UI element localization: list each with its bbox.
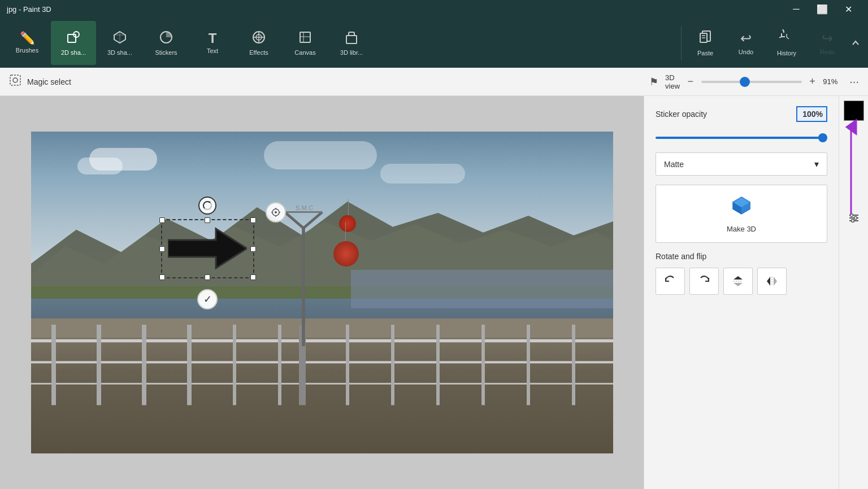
- redo-icon: ↪: [822, 30, 833, 46]
- filter-adjustments-button[interactable]: [844, 208, 864, 228]
- svg-rect-0: [68, 34, 76, 42]
- canvas-icon: [298, 30, 313, 47]
- svg-text:S.M.C: S.M.C: [296, 204, 314, 211]
- confirm-handle[interactable]: ✓: [197, 289, 218, 309]
- canvas-image[interactable]: S.M.C: [31, 132, 613, 453]
- maximize-button[interactable]: ⬜: [809, 0, 835, 18]
- opacity-value: 100%: [802, 110, 823, 119]
- tool-brushes[interactable]: ✏️ Brushes: [5, 21, 50, 65]
- rotate-flip-label: Rotate and flip: [656, 252, 827, 261]
- zoom-out-button[interactable]: −: [687, 74, 694, 90]
- svg-point-16: [13, 78, 18, 82]
- magic-select-icon: [9, 74, 21, 89]
- buildings: [351, 270, 613, 308]
- far-right-sidebar: [839, 96, 868, 489]
- street-lamp-svg: S.M.C: [281, 196, 326, 357]
- rotate-left-button[interactable]: [656, 268, 685, 295]
- minimize-button[interactable]: ─: [783, 0, 809, 18]
- tool-effects[interactable]: Effects: [236, 21, 281, 65]
- tool-stickers[interactable]: Stickers: [144, 21, 189, 65]
- zoom-value: 91%: [823, 77, 843, 86]
- tool-3dshapes[interactable]: 3D sha...: [97, 21, 142, 65]
- hanging-string-1: [348, 199, 349, 216]
- move-icon[interactable]: [266, 202, 286, 222]
- toolbar-divider: [681, 26, 682, 60]
- text-label: Text: [207, 47, 218, 54]
- canvas-area[interactable]: S.M.C: [0, 96, 644, 489]
- make-3d-label: Make 3D: [727, 225, 756, 233]
- close-button[interactable]: ✕: [835, 0, 861, 18]
- cloud4: [380, 164, 465, 184]
- effects-label: Effects: [249, 49, 268, 56]
- panel-content: Sticker opacity 100% Matte ▾: [644, 96, 839, 305]
- tool-canvas[interactable]: Canvas: [283, 21, 328, 65]
- make-3d-icon: [730, 194, 753, 221]
- scene-background: S.M.C: [31, 132, 613, 453]
- 3dlibrary-label: 3D libr...: [340, 49, 363, 56]
- text-icon: T: [209, 32, 217, 45]
- svg-point-41: [275, 211, 277, 213]
- opacity-slider[interactable]: [656, 137, 827, 139]
- svg-point-50: [854, 217, 857, 220]
- rotate-right-button[interactable]: [689, 268, 719, 295]
- redo-label: Redo: [820, 49, 835, 55]
- redo-button[interactable]: ↪ Redo: [807, 21, 848, 65]
- tool-3dlibrary[interactable]: 3D libr...: [329, 21, 374, 65]
- history-icon: [779, 29, 794, 47]
- sticker-opacity-label: Sticker opacity: [656, 110, 707, 119]
- cloud3: [264, 141, 377, 169]
- right-panel: ‹ Sticker opacity 100% Matte ▾: [644, 96, 839, 489]
- sticker-opacity-row: Sticker opacity 100%: [656, 106, 827, 122]
- undo-icon: ↩: [740, 30, 752, 46]
- arrow-shape-svg: [168, 226, 247, 271]
- brushes-icon: ✏️: [20, 32, 35, 45]
- zoom-controls: ⚑ 3D view − + 91% ···: [649, 73, 859, 90]
- window-controls: ─ ⬜ ✕: [783, 0, 861, 18]
- 3dshapes-icon: [112, 30, 127, 47]
- secondary-toolbar: Magic select ⚑ 3D view − + 91% ···: [0, 68, 868, 96]
- zoom-slider[interactable]: [701, 81, 802, 83]
- effects-icon: [251, 30, 266, 47]
- paste-button[interactable]: Paste: [685, 21, 726, 65]
- selected-shape-wrapper[interactable]: ✓: [161, 219, 254, 278]
- svg-rect-15: [10, 75, 20, 85]
- main-toolbar: ✏️ Brushes 2D sha... 3D sha...: [0, 18, 868, 68]
- svg-line-36: [285, 212, 303, 229]
- rotate-handle[interactable]: [198, 197, 216, 215]
- 2dshapes-label: 2D sha...: [61, 49, 86, 56]
- tool-text[interactable]: T Text: [190, 21, 235, 65]
- more-options-button[interactable]: ···: [849, 75, 859, 88]
- make-3d-button[interactable]: Make 3D: [656, 185, 827, 243]
- brushes-label: Brushes: [16, 47, 38, 54]
- magic-select-label: Magic select: [27, 77, 71, 86]
- undo-label: Undo: [739, 49, 753, 55]
- hanging-string-2: [345, 222, 346, 241]
- purple-arrow-indicator: [840, 119, 862, 220]
- 3dshapes-label: 3D sha...: [107, 49, 132, 56]
- hanging-plant-2: [333, 241, 359, 267]
- app-title: jpg - Paint 3D: [7, 5, 51, 14]
- svg-line-37: [303, 212, 322, 229]
- history-button[interactable]: History: [766, 21, 807, 65]
- 3d-view-flag-icon: ⚑: [649, 76, 658, 88]
- color-swatch[interactable]: [844, 101, 864, 121]
- toolbar-collapse-button[interactable]: [848, 35, 863, 51]
- opacity-input-wrapper[interactable]: 100%: [796, 106, 827, 122]
- matte-label: Matte: [664, 160, 684, 169]
- canvas-label: Canvas: [294, 49, 315, 56]
- 2dshapes-icon: [66, 30, 81, 47]
- tool-2dshapes[interactable]: 2D sha...: [51, 21, 96, 65]
- matte-dropdown[interactable]: Matte ▾: [656, 152, 827, 176]
- panel-toggle-button[interactable]: ‹: [644, 281, 644, 304]
- cloud2: [77, 158, 123, 174]
- history-label: History: [777, 50, 796, 56]
- svg-point-49: [850, 214, 853, 217]
- chevron-down-icon: ▾: [814, 159, 819, 169]
- paste-label: Paste: [697, 50, 713, 56]
- undo-button[interactable]: ↩ Undo: [726, 21, 766, 65]
- flip-vertical-button[interactable]: [723, 268, 753, 295]
- stickers-icon: [159, 30, 173, 47]
- flip-horizontal-button[interactable]: [757, 268, 787, 295]
- stickers-label: Stickers: [155, 49, 177, 56]
- zoom-in-button[interactable]: +: [809, 74, 816, 90]
